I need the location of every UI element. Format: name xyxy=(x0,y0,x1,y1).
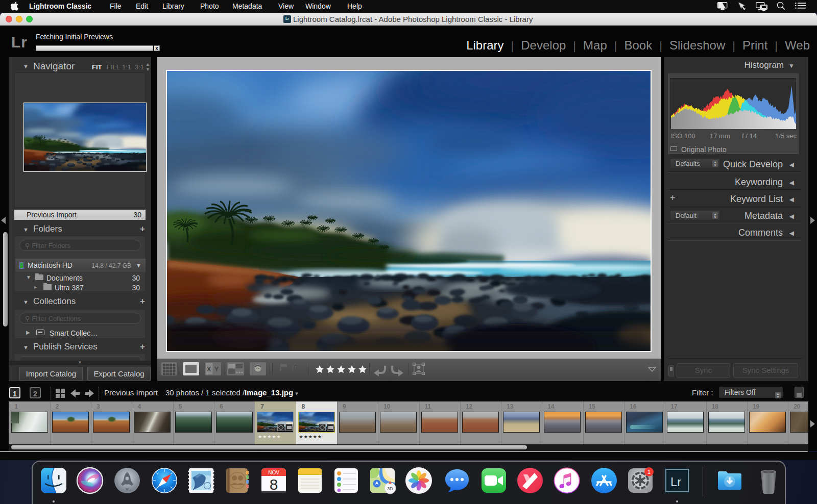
svg-text:x: x xyxy=(295,365,297,368)
svg-text:1: 1 xyxy=(647,469,651,475)
svg-text:NOV: NOV xyxy=(268,470,279,475)
svg-text:X: X xyxy=(207,365,211,373)
svg-text:3D: 3D xyxy=(387,486,393,491)
svg-text:Lr: Lr xyxy=(670,475,681,489)
svg-text:Y: Y xyxy=(214,365,219,373)
svg-text:8: 8 xyxy=(270,476,278,493)
